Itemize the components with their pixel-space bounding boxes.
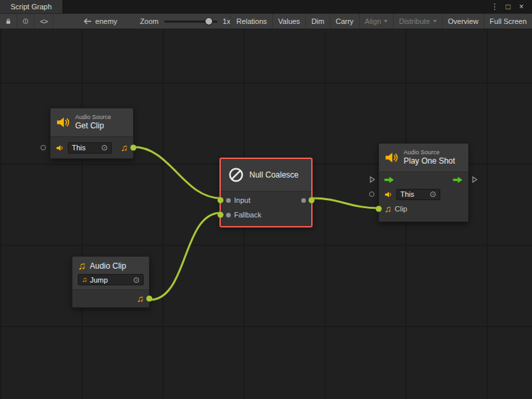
wire-result-to-clip[interactable]	[312, 198, 379, 208]
field-value: This	[400, 190, 427, 198]
target-object-field[interactable]: This ⊙	[68, 142, 112, 154]
wire-audioclip-to-fallback[interactable]	[150, 213, 221, 300]
overview-button[interactable]: Overview	[442, 14, 484, 29]
node-title: Play One Shot	[404, 156, 455, 166]
null-coalesce-icon	[227, 166, 245, 184]
node-title: Audio Clip	[90, 261, 126, 271]
info-button[interactable]	[17, 14, 35, 29]
node-ports: ♫	[72, 289, 149, 307]
lock-button[interactable]	[0, 14, 17, 29]
flow-output-port[interactable]	[472, 176, 477, 183]
values-button[interactable]: Values	[272, 14, 305, 29]
node-play-one-shot[interactable]: Audio Source Play One Shot	[378, 143, 469, 222]
fullscreen-button[interactable]: Full Screen	[483, 14, 532, 29]
node-header: Null Coalesce	[221, 159, 311, 191]
port-label: Clip	[395, 205, 408, 213]
audio-clip-field[interactable]: ♫ Jump ⊙	[78, 274, 144, 285]
node-category: Audio Source	[404, 149, 455, 156]
node-header: ♫ Audio Clip ♫ Jump ⊙	[72, 257, 149, 289]
field-value: Jump	[90, 276, 130, 284]
flow-out-arrow-icon[interactable]	[453, 176, 463, 184]
node-get-clip[interactable]: Audio Source Get Clip This ⊙ ♫	[50, 108, 134, 159]
port-label: Fallback	[234, 211, 261, 219]
result-port[interactable]	[301, 198, 306, 203]
flow-input-port[interactable]	[370, 176, 375, 183]
window-controls: ⋮ □ ×	[489, 0, 532, 13]
toolbar-buttons: Relations Values Dim Carry Align Distrib…	[230, 14, 532, 29]
target-input-port[interactable]	[369, 192, 374, 197]
node-audio-clip[interactable]: ♫ Audio Clip ♫ Jump ⊙ ♫	[72, 256, 150, 308]
node-null-coalesce[interactable]: Null Coalesce Input Fallback	[220, 158, 312, 227]
back-arrow-icon	[84, 18, 92, 25]
zoom-slider[interactable]	[164, 14, 217, 29]
graph-canvas[interactable]: Audio Source Get Clip This ⊙ ♫	[0, 29, 532, 399]
target-input-port[interactable]	[41, 145, 46, 150]
lock-icon	[5, 17, 11, 26]
tab-label: Script Graph	[11, 3, 52, 11]
caret-down-icon	[384, 20, 388, 23]
tab-script-graph[interactable]: Script Graph	[0, 0, 63, 13]
result-port-connection[interactable]	[309, 198, 315, 203]
unity-script-graph-window: Script Graph ⋮ □ × <>	[0, 0, 532, 399]
align-button: Align	[359, 14, 393, 29]
object-picker-icon[interactable]: ⊙	[430, 190, 436, 198]
node-ports: This ⊙ ♫ Clip	[379, 172, 468, 221]
edit-source-button[interactable]: <>	[35, 14, 53, 29]
zoom-value: 1x	[223, 14, 231, 29]
window-maximize-icon[interactable]: □	[503, 1, 513, 12]
node-title: Null Coalesce	[249, 170, 299, 180]
audio-source-small-icon	[56, 144, 65, 152]
zoom-slider-handle[interactable]	[205, 18, 212, 25]
audio-clip-icon: ♫	[137, 294, 144, 303]
tab-bar: Script Graph ⋮ □ ×	[0, 0, 532, 13]
audio-source-icon	[384, 150, 399, 165]
dim-button[interactable]: Dim	[305, 14, 330, 29]
audio-clip-icon: ♫	[121, 143, 128, 152]
audio-clip-icon: ♫	[78, 261, 86, 271]
breadcrumb-label: enemy	[95, 17, 117, 25]
node-title: Get Clip	[75, 121, 111, 131]
fallback-port-connection[interactable]	[217, 212, 223, 218]
input-port[interactable]	[226, 198, 231, 203]
audio-source-small-icon	[384, 190, 393, 199]
relations-button[interactable]: Relations	[230, 14, 272, 29]
node-category: Audio Source	[75, 114, 111, 121]
flow-in-arrow-icon[interactable]	[384, 176, 394, 184]
zoom-label: Zoom	[140, 14, 158, 29]
audio-source-icon	[56, 115, 70, 130]
info-icon	[23, 17, 29, 26]
port-label: Input	[234, 196, 250, 204]
code-icon: <>	[40, 17, 47, 25]
graph-toolbar: <> enemy Zoom 1x Relations Values Dim Ca…	[0, 13, 532, 29]
wire-getclip-to-input[interactable]	[134, 147, 221, 198]
window-menu-icon[interactable]: ⋮	[489, 1, 500, 12]
target-object-field[interactable]: This ⊙	[396, 189, 440, 200]
object-picker-icon[interactable]: ⊙	[133, 276, 140, 284]
object-picker-icon[interactable]: ⊙	[101, 144, 108, 152]
caret-down-icon	[433, 20, 437, 23]
breadcrumb[interactable]: enemy	[84, 14, 117, 29]
clip-output-port[interactable]	[130, 145, 136, 151]
node-header: Audio Source Play One Shot	[379, 144, 468, 172]
carry-button[interactable]: Carry	[330, 14, 359, 29]
node-header: Audio Source Get Clip	[51, 108, 133, 136]
node-ports: Input Fallback	[221, 191, 311, 226]
clip-input-port[interactable]	[376, 206, 382, 212]
input-port-connection[interactable]	[217, 198, 223, 203]
distribute-button: Distribute	[393, 14, 442, 29]
fallback-port[interactable]	[226, 213, 231, 217]
audio-clip-icon: ♫	[384, 204, 392, 213]
clip-output-port[interactable]	[146, 296, 152, 302]
audio-clip-small-icon: ♫	[82, 276, 87, 283]
window-close-icon[interactable]: ×	[516, 1, 527, 12]
node-ports: This ⊙ ♫	[51, 136, 133, 158]
field-value: This	[72, 144, 98, 152]
